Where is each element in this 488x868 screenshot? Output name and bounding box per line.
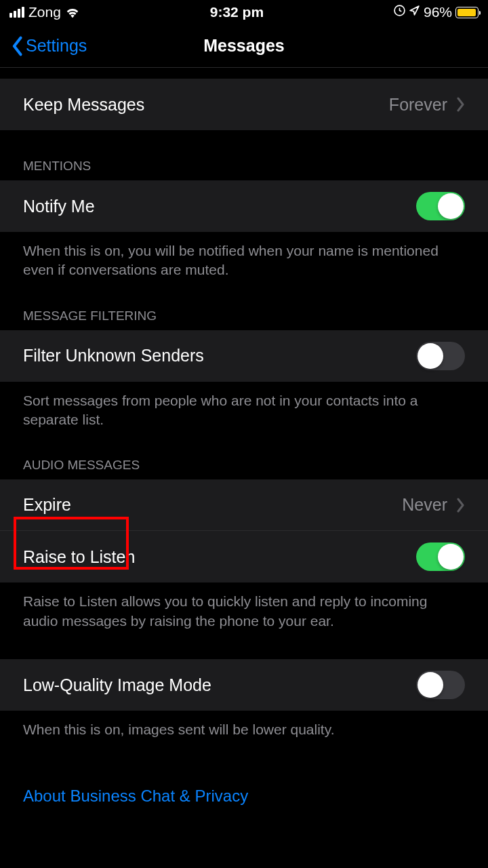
back-button[interactable]: Settings	[11, 36, 87, 56]
filter-unknown-toggle[interactable]	[416, 342, 465, 370]
mentions-header: MENTIONS	[0, 130, 488, 180]
low-quality-footer: When this is on, images sent will be low…	[0, 711, 488, 739]
notify-me-row[interactable]: Notify Me	[0, 180, 488, 232]
filtering-header: MESSAGE FILTERING	[0, 280, 488, 330]
raise-listen-row[interactable]: Raise to Listen	[0, 531, 488, 583]
low-quality-label: Low-Quality Image Mode	[23, 675, 211, 695]
raise-listen-toggle[interactable]	[416, 542, 465, 571]
low-quality-toggle[interactable]	[416, 671, 465, 699]
back-label: Settings	[26, 36, 87, 56]
battery-percentage: 96%	[424, 4, 452, 20]
wifi-icon	[65, 6, 80, 18]
status-bar: Zong 9:32 pm 96%	[0, 0, 488, 24]
low-quality-row[interactable]: Low-Quality Image Mode	[0, 659, 488, 711]
expire-row[interactable]: Expire Never	[0, 479, 488, 531]
nav-header: Settings Messages	[0, 24, 488, 68]
keep-messages-row[interactable]: Keep Messages Forever	[0, 79, 488, 130]
signal-strength-icon	[9, 7, 24, 18]
status-left: Zong	[9, 4, 80, 20]
battery-fill	[458, 9, 476, 16]
location-icon	[409, 5, 420, 20]
audio-footer: Raise to Listen allows you to quickly li…	[0, 583, 488, 631]
carrier-label: Zong	[28, 4, 61, 20]
chevron-right-icon	[457, 97, 465, 112]
expire-value: Never	[402, 495, 447, 515]
mentions-footer: When this is on, you will be notified wh…	[0, 232, 488, 280]
battery-icon	[455, 7, 479, 18]
chevron-right-icon	[457, 498, 465, 513]
filter-unknown-label: Filter Unknown Senders	[23, 346, 204, 366]
status-right: 96%	[394, 4, 479, 20]
raise-listen-label: Raise to Listen	[23, 547, 135, 567]
about-business-chat-link[interactable]: About Business Chat & Privacy	[0, 739, 488, 806]
orientation-lock-icon	[394, 5, 405, 20]
time-label: 9:32 pm	[210, 4, 264, 20]
notify-me-toggle[interactable]	[416, 192, 465, 220]
keep-messages-value: Forever	[389, 95, 447, 115]
filtering-footer: Sort messages from people who are not in…	[0, 382, 488, 430]
page-title: Messages	[203, 36, 285, 56]
audio-header: AUDIO MESSAGES	[0, 429, 488, 479]
chevron-left-icon	[11, 36, 23, 56]
filter-unknown-row[interactable]: Filter Unknown Senders	[0, 330, 488, 382]
expire-label: Expire	[23, 495, 71, 515]
keep-messages-label: Keep Messages	[23, 95, 144, 115]
notify-me-label: Notify Me	[23, 197, 95, 216]
